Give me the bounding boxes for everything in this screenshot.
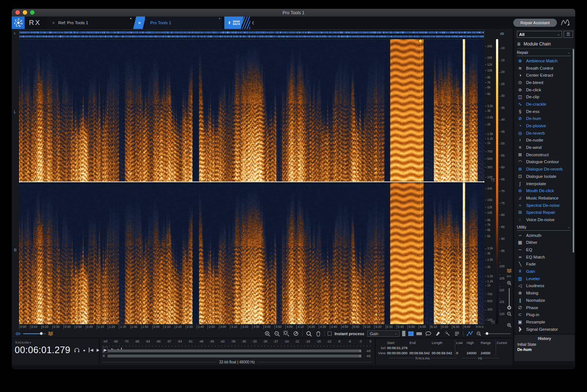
- time-selection-tool[interactable]: [402, 331, 405, 336]
- module-voice-de-noise[interactable]: ◌Voice De-noise: [517, 216, 573, 223]
- harmonics-tool-button[interactable]: [453, 330, 460, 337]
- history-item-initial-state[interactable]: Initial State: [517, 342, 572, 347]
- time-display[interactable]: 00:06:01.279: [15, 345, 70, 355]
- expand-more-button[interactable]: ❯: [517, 326, 573, 333]
- module-interpolate[interactable]: ∫Interpolate: [517, 180, 573, 187]
- horizontal-zoom-knob[interactable]: [485, 332, 489, 335]
- go-to-start-button[interactable]: ◀: [89, 348, 94, 352]
- section-header-utility[interactable]: Utility⌄: [517, 224, 571, 231]
- zoom-selection-button[interactable]: [283, 330, 290, 337]
- module-de-wind[interactable]: ≡De-wind: [517, 144, 573, 151]
- tab-pro-tools-1[interactable]: Pro Tools 1: [145, 17, 223, 29]
- overview-waveform[interactable]: [19, 30, 484, 39]
- module-plug-in[interactable]: ⊂Plug-in: [517, 311, 573, 318]
- repair-assistant-button[interactable]: Repair Assistant: [513, 19, 557, 27]
- declick-nodes-icon[interactable]: [466, 330, 473, 337]
- timeline-ruler[interactable]: 0:000:100:200:300:400:501:001:101:201:30…: [19, 324, 484, 329]
- view-range-value[interactable]: 24000: [481, 351, 495, 355]
- view-high-value[interactable]: 24000: [467, 351, 481, 355]
- module-de-rustle[interactable]: ≀De-rustle: [517, 137, 573, 144]
- waveform-mode-icon[interactable]: [507, 275, 511, 278]
- frequency-selection-tool[interactable]: [416, 332, 422, 335]
- time-frequency-selection-tool[interactable]: [408, 331, 413, 336]
- module-spectral-repair[interactable]: ⊞Spectral Repair: [517, 209, 573, 216]
- composite-view-button[interactable]: ✕: [133, 17, 146, 29]
- module-de-ess[interactable]: §De-ess: [517, 108, 573, 115]
- module-ambience-match[interactable]: ⊕Ambience Match: [517, 57, 573, 65]
- section-header-repair[interactable]: Repair⌄: [517, 50, 571, 56]
- horizontal-zoom-in-icon[interactable]: [506, 322, 513, 329]
- instant-process-checkbox[interactable]: [328, 331, 332, 336]
- spectrogram-mode-icon[interactable]: [507, 269, 512, 273]
- module-de-bleed[interactable]: ⊙De-bleed: [517, 79, 573, 86]
- vertical-zoom-slider[interactable]: [509, 288, 510, 309]
- module-de-clip[interactable]: ◫De-clip: [517, 93, 573, 100]
- module-resample[interactable]: ▣Resample: [517, 318, 573, 326]
- brush-tool-button[interactable]: [434, 330, 441, 337]
- view-length-value[interactable]: 00:06:59.042: [432, 351, 454, 355]
- monitor-button[interactable]: [74, 348, 80, 352]
- blend-knob[interactable]: [40, 332, 43, 335]
- module-normalize[interactable]: ∥Normalize: [517, 297, 573, 304]
- spectrogram-view[interactable]: ▸ ◂: [19, 39, 484, 324]
- horizontal-zoom-out-icon[interactable]: [475, 330, 482, 337]
- module-dialogue-de-reverb[interactable]: ⊚Dialogue De-reverb: [517, 165, 573, 173]
- module-fade[interactable]: ╲Fade: [517, 261, 573, 268]
- playhead-line[interactable]: [420, 39, 421, 324]
- tab-ref-pro-tools-1[interactable]: ✕ Ref: Pro Tools 1: [47, 17, 134, 29]
- vertical-zoom-in-icon[interactable]: [506, 280, 513, 286]
- module-list-scrollbar[interactable]: [573, 49, 574, 253]
- module-deconstruct[interactable]: ⊠Deconstruct: [517, 151, 573, 158]
- zoom-in-button[interactable]: [264, 330, 271, 337]
- view-end-value[interactable]: 00:06:59.042: [409, 351, 432, 355]
- channel-divider-handle[interactable]: ▸ ◂: [19, 182, 484, 182]
- module-spectral-de-noise[interactable]: ≈Spectral De-noise: [517, 202, 573, 209]
- module-center-extract[interactable]: ◑Center Extract: [517, 72, 573, 79]
- module-mixing[interactable]: ⊗Mixing: [517, 289, 573, 297]
- history-item-de-hum[interactable]: De-hum: [517, 347, 572, 352]
- close-tab-icon[interactable]: ✕: [52, 21, 55, 25]
- repair-wand-icon[interactable]: [561, 19, 570, 27]
- vertical-zoom-out-icon[interactable]: [506, 311, 513, 317]
- view-low-value[interactable]: 0: [456, 351, 467, 355]
- module-mouth-de-click[interactable]: ⊖Mouth De-click: [517, 187, 573, 194]
- module-breath-control[interactable]: ≋Breath Control: [517, 65, 573, 72]
- minimize-window-button[interactable]: [23, 10, 27, 15]
- collapse-overview-icon[interactable]: ⌄⌃: [13, 31, 16, 36]
- module-de-reverb[interactable]: ◎De-reverb: [517, 129, 573, 137]
- zoom-window-button[interactable]: [30, 10, 34, 15]
- vertical-zoom-knob[interactable]: [507, 306, 511, 309]
- magic-wand-tool-button[interactable]: [444, 330, 451, 337]
- module-music-rebalance[interactable]: ♫Music Rebalance: [517, 194, 573, 202]
- close-window-button[interactable]: [15, 10, 20, 15]
- module-menu-button[interactable]: ☰: [564, 31, 573, 38]
- magnify-tool-button[interactable]: [306, 330, 312, 337]
- module-filter-dropdown[interactable]: All ⌄: [517, 31, 562, 38]
- module-gain[interactable]: ǂGain: [517, 268, 573, 275]
- module-dither[interactable]: ▦Dither: [517, 239, 573, 246]
- view-start-value[interactable]: 00:00:00.000: [387, 351, 409, 355]
- tab-overflow-icon[interactable]: ❮: [250, 17, 256, 29]
- record-button[interactable]: ●: [82, 348, 87, 352]
- module-eq-match[interactable]: ≍EQ Match: [517, 253, 573, 261]
- module-leveler[interactable]: ▥Leveler: [517, 275, 573, 282]
- module-azimuth[interactable]: ∽Azimuth: [517, 232, 573, 239]
- module-de-plosive[interactable]: ◔De-plosive: [517, 122, 573, 129]
- module-eq[interactable]: ∼EQ: [517, 246, 573, 253]
- hand-tool-button[interactable]: [315, 330, 322, 337]
- lasso-tool-button[interactable]: [425, 330, 431, 337]
- waveform-spectrogram-blend-slider[interactable]: [23, 333, 46, 334]
- module-de-crackle[interactable]: ∿De-crackle: [517, 100, 573, 108]
- sel-start-value[interactable]: 00:06:01.279: [387, 346, 409, 350]
- module-chain-item[interactable]: ≣ Module Chain: [517, 39, 573, 49]
- process-module-dropdown[interactable]: Gain ⌄: [367, 330, 400, 337]
- module-phase[interactable]: ∅Phase: [517, 304, 573, 311]
- module-dialogue-isolate[interactable]: ⊡Dialogue Isolate: [517, 173, 573, 180]
- zoom-reset-button[interactable]: [293, 330, 299, 337]
- module-dialogue-contour[interactable]: ◠Dialogue Contour: [517, 158, 573, 166]
- horizontal-zoom-slider[interactable]: [484, 333, 511, 334]
- zoom-out-button[interactable]: [274, 330, 280, 337]
- module-loudness[interactable]: ◁Loudness: [517, 282, 573, 290]
- time-format-selector[interactable]: h:m:s.ms ▾: [15, 341, 96, 344]
- module-de-click[interactable]: ⊛De-click: [517, 86, 573, 94]
